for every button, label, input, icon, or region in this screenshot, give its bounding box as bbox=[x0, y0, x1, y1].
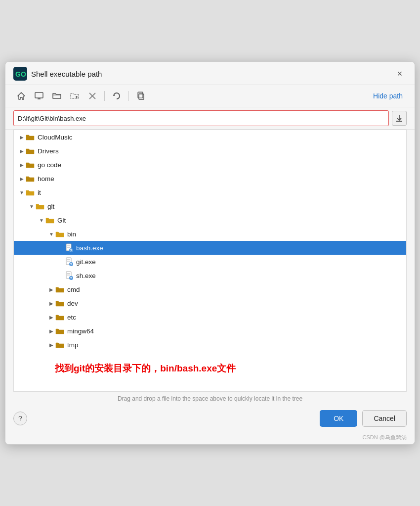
folder-open-icon bbox=[52, 92, 61, 100]
arrow-it: ▼ bbox=[18, 190, 26, 195]
arrow-drivers: ▶ bbox=[18, 148, 26, 154]
delete-icon bbox=[88, 92, 96, 100]
tree-item-dev[interactable]: ▶ dev bbox=[14, 296, 406, 310]
svg-text:GO: GO bbox=[15, 70, 26, 78]
tree-item-tmp[interactable]: ▶ tmp bbox=[14, 338, 406, 352]
label-git: git bbox=[47, 203, 54, 210]
label-cloudmusic: CloudMusic bbox=[38, 134, 73, 141]
tree-item-mingw64[interactable]: ▶ mingw64 bbox=[14, 324, 406, 338]
toolbar-separator-2 bbox=[128, 91, 129, 101]
path-input-row bbox=[5, 107, 415, 130]
ok-button[interactable]: OK bbox=[320, 410, 357, 427]
label-etc: etc bbox=[67, 314, 76, 321]
refresh-icon bbox=[112, 92, 121, 100]
file-tree: ▶ CloudMusic ▶ Drivers ▶ go c bbox=[13, 130, 407, 392]
desktop-button[interactable] bbox=[31, 89, 47, 103]
tree-item-bash-exe[interactable]: ? bash.exe bbox=[14, 241, 406, 255]
file-icon-sh-exe: ? bbox=[65, 271, 73, 280]
close-button[interactable]: × bbox=[393, 67, 407, 81]
label-sh-exe: sh.exe bbox=[76, 272, 96, 279]
arrow-gocode: ▶ bbox=[18, 162, 26, 168]
new-folder-button[interactable] bbox=[67, 89, 83, 103]
folder-icon-home bbox=[26, 175, 35, 182]
label-it: it bbox=[38, 189, 41, 196]
tree-item-sh-exe[interactable]: ? sh.exe bbox=[14, 269, 406, 282]
label-Git: Git bbox=[57, 217, 66, 224]
cancel-button[interactable]: Cancel bbox=[362, 410, 407, 427]
label-git-exe: git.exe bbox=[76, 258, 96, 266]
svg-text:?: ? bbox=[70, 263, 72, 266]
tree-item-cmd[interactable]: ▶ cmd bbox=[14, 282, 406, 296]
toolbar-left bbox=[13, 89, 149, 103]
file-icon-git-exe: ? bbox=[65, 257, 73, 266]
shell-executable-dialog: GO Shell executable path × bbox=[5, 61, 415, 445]
tree-item-home[interactable]: ▶ home bbox=[14, 172, 406, 185]
arrow-dev: ▶ bbox=[47, 301, 55, 306]
title-bar: GO Shell executable path × bbox=[5, 62, 415, 85]
download-icon bbox=[395, 114, 403, 122]
tree-item-git[interactable]: ▼ git bbox=[14, 199, 406, 213]
refresh-button[interactable] bbox=[109, 89, 125, 103]
tree-item-Git[interactable]: ▼ Git bbox=[14, 213, 406, 227]
folder-icon-it bbox=[26, 189, 35, 196]
folder-icon-git bbox=[36, 203, 44, 210]
tree-item-etc[interactable]: ▶ etc bbox=[14, 310, 406, 324]
folder-icon-bin bbox=[55, 230, 64, 237]
home-button[interactable] bbox=[13, 89, 29, 103]
watermark: CSDN @乌鱼鸡汤 bbox=[5, 434, 415, 444]
help-button[interactable]: ? bbox=[13, 412, 27, 425]
label-drivers: Drivers bbox=[38, 147, 59, 155]
arrow-bin: ▼ bbox=[47, 231, 55, 237]
svg-text:?: ? bbox=[70, 249, 72, 252]
arrow-home: ▶ bbox=[18, 176, 26, 182]
label-dev: dev bbox=[67, 300, 78, 307]
folder-icon-dev bbox=[55, 300, 64, 307]
folder-icon-tmp bbox=[55, 341, 64, 348]
tree-item-it[interactable]: ▼ it bbox=[14, 185, 406, 199]
tree-item-bin[interactable]: ▼ bin bbox=[14, 227, 406, 241]
arrow-cmd: ▶ bbox=[47, 287, 55, 292]
arrow-cloudmusic: ▶ bbox=[18, 135, 26, 140]
file-icon-bash-exe: ? bbox=[65, 243, 73, 252]
action-bar: ? OK Cancel bbox=[5, 405, 415, 434]
toolbar-separator-1 bbox=[104, 91, 105, 101]
arrow-git: ▼ bbox=[28, 204, 36, 209]
folder-icon-cloudmusic bbox=[26, 134, 35, 140]
new-folder-icon bbox=[70, 92, 79, 100]
app-icon: GO bbox=[13, 67, 27, 81]
action-buttons: OK Cancel bbox=[320, 410, 407, 427]
label-mingw64: mingw64 bbox=[67, 327, 94, 335]
svg-text:?: ? bbox=[70, 276, 72, 280]
tree-item-drivers[interactable]: ▶ Drivers bbox=[14, 144, 406, 158]
bottom-hint: Drag and drop a file into the space abov… bbox=[5, 392, 415, 405]
svg-marker-3 bbox=[18, 92, 25, 99]
tree-item-git-exe[interactable]: ? git.exe bbox=[14, 255, 406, 269]
arrow-etc: ▶ bbox=[47, 315, 55, 320]
copy-icon bbox=[136, 92, 145, 100]
arrow-Git: ▼ bbox=[38, 218, 45, 223]
folder-browse-button[interactable] bbox=[49, 89, 65, 103]
arrow-tmp: ▶ bbox=[47, 342, 55, 348]
folder-icon-mingw64 bbox=[55, 327, 64, 334]
tree-item-cloudmusic[interactable]: ▶ CloudMusic bbox=[14, 130, 406, 144]
tree-item-gocode[interactable]: ▶ go code bbox=[14, 158, 406, 172]
folder-icon-etc bbox=[55, 314, 64, 321]
home-icon bbox=[17, 92, 26, 100]
desktop-icon bbox=[35, 92, 43, 100]
label-tmp: tmp bbox=[67, 341, 79, 349]
copy-path-button[interactable] bbox=[133, 89, 149, 103]
browse-button[interactable] bbox=[392, 111, 407, 126]
arrow-mingw64: ▶ bbox=[47, 328, 55, 334]
label-bash-exe: bash.exe bbox=[76, 244, 103, 252]
label-gocode: go code bbox=[38, 161, 61, 169]
svg-rect-4 bbox=[35, 92, 43, 98]
folder-icon-cmd bbox=[55, 286, 64, 293]
folder-icon-Git bbox=[45, 217, 54, 224]
label-cmd: cmd bbox=[67, 286, 80, 293]
path-input[interactable] bbox=[13, 110, 389, 126]
hide-path-button[interactable]: Hide path bbox=[369, 90, 407, 102]
folder-icon-gocode bbox=[26, 161, 35, 168]
label-bin: bin bbox=[67, 230, 76, 238]
toolbar: Hide path bbox=[5, 85, 415, 107]
delete-button[interactable] bbox=[84, 89, 100, 103]
